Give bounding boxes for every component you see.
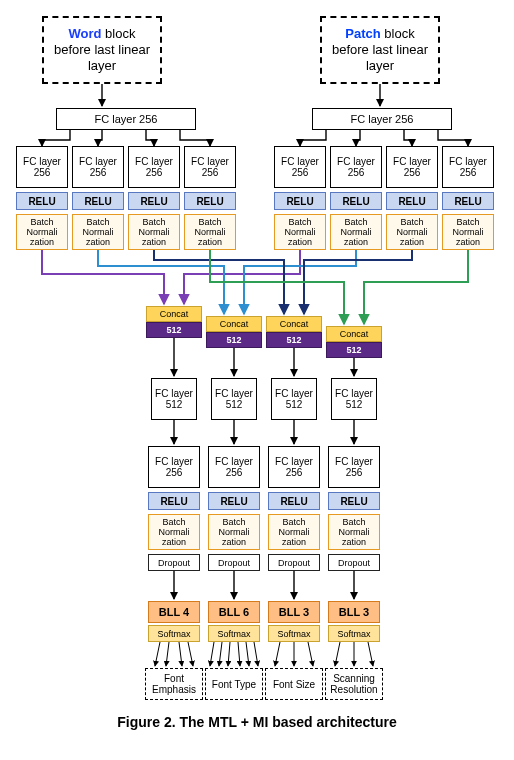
- word-relu-3: RELU: [128, 192, 180, 210]
- architecture-diagram: Word block before last linear layer Patc…: [16, 16, 498, 736]
- patch-bn-4: Batch Normali zation: [442, 214, 494, 250]
- word-relu-2: RELU: [72, 192, 124, 210]
- head-bn-1: Batch Normali zation: [148, 514, 200, 550]
- patch-fc256-4: FC layer 256: [442, 146, 494, 188]
- patch-highlight: Patch: [345, 26, 380, 41]
- target-font-size: Font Size: [265, 668, 323, 700]
- patch-input-block: Patch block before last linear layer: [320, 16, 440, 84]
- head-relu-4: RELU: [328, 492, 380, 510]
- concat-size-1: 512: [146, 322, 202, 338]
- patch-bn-3: Batch Normali zation: [386, 214, 438, 250]
- patch-fc256-2: FC layer 256: [330, 146, 382, 188]
- head-fc256-2: FC layer 256: [208, 446, 260, 488]
- head-fc256-4: FC layer 256: [328, 446, 380, 488]
- fc512-4: FC layer 512: [331, 378, 377, 420]
- figure-caption: Figure 2. The MTL + MI based architectur…: [16, 714, 498, 730]
- head-relu-1: RELU: [148, 492, 200, 510]
- head-drop-2: Dropout: [208, 554, 260, 571]
- word-relu-4: RELU: [184, 192, 236, 210]
- word-relu-1: RELU: [16, 192, 68, 210]
- concat-3: Concat: [266, 316, 322, 332]
- bll-3: BLL 3: [268, 601, 320, 623]
- word-bn-2: Batch Normali zation: [72, 214, 124, 250]
- concat-2: Concat: [206, 316, 262, 332]
- patch-bn-2: Batch Normali zation: [330, 214, 382, 250]
- bll-1: BLL 4: [148, 601, 200, 623]
- word-fc256-4: FC layer 256: [184, 146, 236, 188]
- word-input-block: Word block before last linear layer: [42, 16, 162, 84]
- softmax-4: Softmax: [328, 625, 380, 642]
- head-fc256-3: FC layer 256: [268, 446, 320, 488]
- head-bn-4: Batch Normali zation: [328, 514, 380, 550]
- head-bn-2: Batch Normali zation: [208, 514, 260, 550]
- softmax-3: Softmax: [268, 625, 320, 642]
- concat-4: Concat: [326, 326, 382, 342]
- head-fc256-1: FC layer 256: [148, 446, 200, 488]
- word-highlight: Word: [69, 26, 102, 41]
- head-drop-1: Dropout: [148, 554, 200, 571]
- fc512-3: FC layer 512: [271, 378, 317, 420]
- fc512-2: FC layer 512: [211, 378, 257, 420]
- word-fc256-3: FC layer 256: [128, 146, 180, 188]
- word-fc256-2: FC layer 256: [72, 146, 124, 188]
- fc256-wide-patch: FC layer 256: [312, 108, 452, 130]
- word-bn-1: Batch Normali zation: [16, 214, 68, 250]
- bll-2: BLL 6: [208, 601, 260, 623]
- concat-size-3: 512: [266, 332, 322, 348]
- bll-4: BLL 3: [328, 601, 380, 623]
- target-scanning-resolution: Scanning Resolution: [325, 668, 383, 700]
- softmax-2: Softmax: [208, 625, 260, 642]
- patch-bn-1: Batch Normali zation: [274, 214, 326, 250]
- head-drop-3: Dropout: [268, 554, 320, 571]
- head-bn-3: Batch Normali zation: [268, 514, 320, 550]
- head-relu-2: RELU: [208, 492, 260, 510]
- patch-relu-1: RELU: [274, 192, 326, 210]
- patch-relu-3: RELU: [386, 192, 438, 210]
- fc512-1: FC layer 512: [151, 378, 197, 420]
- softmax-1: Softmax: [148, 625, 200, 642]
- head-drop-4: Dropout: [328, 554, 380, 571]
- concat-1: Concat: [146, 306, 202, 322]
- concat-size-4: 512: [326, 342, 382, 358]
- target-font-type: Font Type: [205, 668, 263, 700]
- patch-fc256-1: FC layer 256: [274, 146, 326, 188]
- concat-size-2: 512: [206, 332, 262, 348]
- patch-relu-2: RELU: [330, 192, 382, 210]
- target-font-emphasis: Font Emphasis: [145, 668, 203, 700]
- fc256-wide-word: FC layer 256: [56, 108, 196, 130]
- word-bn-3: Batch Normali zation: [128, 214, 180, 250]
- patch-relu-4: RELU: [442, 192, 494, 210]
- word-bn-4: Batch Normali zation: [184, 214, 236, 250]
- head-relu-3: RELU: [268, 492, 320, 510]
- word-fc256-1: FC layer 256: [16, 146, 68, 188]
- patch-fc256-3: FC layer 256: [386, 146, 438, 188]
